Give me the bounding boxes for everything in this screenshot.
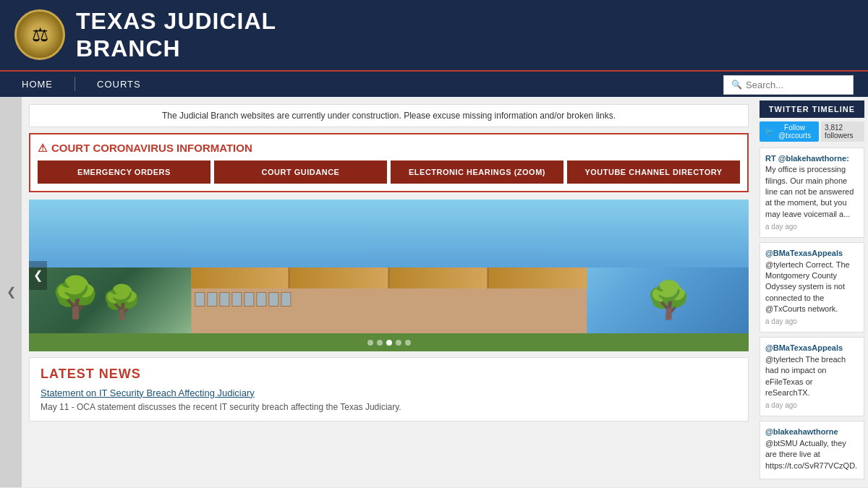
tweet-1: @BMaTexasAppeals @tylertech Correct. The… [760,242,864,333]
covid-title: ⚠ COURT CORONAVIRUS INFORMATION [38,142,740,155]
dot-2[interactable] [377,340,383,346]
twitter-follow-button[interactable]: 🐦 Follow @txcourts [760,121,819,142]
tweet-handle-2: @BMaTexasAppeals [765,343,843,352]
slide-image: 🌳 🌳 [29,200,749,351]
electronic-hearings-button[interactable]: ELECTRONIC HEARINGS (ZOOM) [391,160,563,184]
left-arrow-icon: ❮ [7,285,16,299]
search-input[interactable] [746,80,846,90]
news-article-link-0[interactable]: Statement on IT Security Breach Affectin… [41,388,737,398]
youtube-directory-button[interactable]: YOUTUBE CHANNEL DIRECTORY [567,160,740,184]
tweet-time-1: a day ago [765,317,859,327]
followers-count: 3,812 followers [821,121,864,142]
tweet-body-1: @tylertech Correct. The Montgomery Count… [765,260,850,314]
tweet-text-3: @blakeahawthorne @btSMU Actually, they a… [765,427,859,471]
covid-buttons: EMERGENCY ORDERS COURT GUIDANCE ELECTRON… [38,160,740,184]
tweet-time-0: a day ago [765,222,859,232]
emergency-orders-button[interactable]: EMERGENCY ORDERS [38,160,210,184]
title-line1: TEXAS JUDICIAL [76,8,276,34]
title-line2: BRANCH [76,35,181,61]
nav-item-home[interactable]: HOME [0,72,75,97]
tweet-text-2: @BMaTexasAppeals @tylertech The breach h… [765,343,859,398]
dot-3[interactable] [386,340,392,346]
news-article-excerpt-0: May 11 - OCA statement discusses the rec… [41,402,401,412]
twitter-bird-icon: 🐦 [765,127,773,135]
dot-5[interactable] [405,340,411,346]
tweet-body-3: @btSMU Actually, they are there live at … [765,439,857,470]
slide-prev-button[interactable]: ❮ [29,261,47,290]
search-dropdown: 🔍 [723,75,854,95]
twitter-sidebar-title: TWITTER TIMELINE [760,100,864,118]
latest-news-section: LATEST NEWS Statement on IT Security Bre… [29,357,749,421]
site-title: TEXAS JUDICIAL BRANCH [76,7,276,63]
court-guidance-button[interactable]: COURT GUIDANCE [214,160,387,184]
construction-banner: The Judicial Branch websites are current… [29,104,749,127]
twitter-follow-section: 🐦 Follow @txcourts 3,812 followers [760,121,864,142]
nav-item-courts[interactable]: COURTS [75,72,163,97]
dot-4[interactable] [396,340,401,346]
tree-left: 🌳 [51,274,101,321]
tweet-body-2: @tylertech The breach had no impact on e… [765,355,846,397]
tweet-3: @blakeahawthorne @btSMU Actually, they a… [760,421,864,479]
main-container: ❮ The Judicial Branch websites are curre… [0,97,868,487]
main-nav: HOME COURTS 🔍 [0,70,868,97]
site-header: ⚖ TEXAS JUDICIAL BRANCH [0,0,868,70]
search-icon: 🔍 [731,80,742,90]
prev-icon: ❮ [33,268,43,282]
dot-1[interactable] [367,340,373,346]
twitter-sidebar: TWITTER TIMELINE 🐦 Follow @txcourts 3,81… [756,97,868,487]
tweet-handle-3: @blakeahawthorne [765,427,838,436]
tweet-0: RT @blakehawthorne: My office is process… [760,147,864,238]
state-seal: ⚖ [14,9,65,60]
slide-dots [367,340,411,346]
tweet-text-1: @BMaTexasAppeals @tylertech Correct. The… [765,248,859,314]
covid-section: ⚠ COURT CORONAVIRUS INFORMATION EMERGENC… [29,133,749,192]
construction-banner-text: The Judicial Branch websites are current… [162,111,616,121]
tree-left2: 🌳 [101,283,142,321]
slideshow: 🌳 🌳 [29,200,749,351]
tweet-time-2: a day ago [765,401,859,411]
seal-icon: ⚖ [32,24,48,46]
tweet-body-0: My office is processing filings. Our mai… [765,165,854,218]
tweet-handle-1: @BMaTexasAppeals [765,249,843,257]
covid-title-text: COURT CORONAVIRUS INFORMATION [51,142,252,154]
tweet-2: @BMaTexasAppeals @tylertech The breach h… [760,337,864,416]
tree-right: 🌳 [646,279,691,321]
latest-news-title: LATEST NEWS [41,367,737,382]
warning-icon: ⚠ [38,142,47,155]
left-nav-strip[interactable]: ❮ [0,97,22,487]
tweet-text-0: RT @blakehawthorne: My office is process… [765,153,859,220]
building-roof [191,267,587,288]
center-content: The Judicial Branch websites are current… [22,97,756,487]
tweet-handle-0: RT @blakehawthorne: [765,154,849,163]
twitter-follow-label: Follow @txcourts [775,124,814,140]
